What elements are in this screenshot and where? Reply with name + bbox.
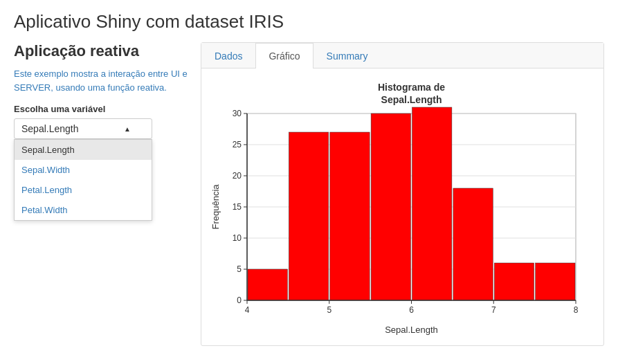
select-dropdown[interactable]: Sepal.Length ▲ [14,118,152,139]
select-value: Sepal.Length [21,123,79,134]
svg-text:4: 4 [244,305,249,315]
dropdown-item[interactable]: Sepal.Width [15,160,152,180]
tab-summary[interactable]: Summary [313,43,381,69]
svg-rect-33 [248,269,287,300]
tab-dados[interactable]: Dados [201,43,255,69]
svg-text:0: 0 [237,295,242,305]
svg-rect-36 [371,113,410,300]
svg-text:15: 15 [232,202,242,212]
histogram-container: 05101520253045678Sepal.LengthFrequênciaH… [209,75,590,338]
svg-text:Sepal.Length: Sepal.Length [385,325,438,335]
svg-rect-37 [412,107,451,300]
select-container: Sepal.Length ▲ Sepal.LengthSepal.WidthPe… [14,118,194,221]
svg-text:Histograma de: Histograma de [377,82,444,93]
svg-text:7: 7 [491,305,496,315]
dropdown-item[interactable]: Petal.Width [15,200,152,220]
svg-text:5: 5 [237,264,242,274]
svg-text:25: 25 [232,140,242,149]
variable-label: Escolha uma variável [14,104,194,114]
tabs-bar: DadosGráficoSummary [201,43,603,69]
dropdown-item[interactable]: Sepal.Length [15,140,152,160]
dropdown-arrow-icon: ▲ [124,125,131,133]
sidebar: Aplicação reativa Este exemplo mostra a … [14,42,201,346]
dropdown-item[interactable]: Petal.Length [15,180,152,200]
svg-text:8: 8 [573,305,578,315]
svg-rect-35 [329,132,369,300]
svg-text:10: 10 [232,233,242,243]
svg-rect-38 [453,188,492,300]
sidebar-heading: Aplicação reativa [14,42,194,60]
histogram-svg: 05101520253045678Sepal.LengthFrequênciaH… [209,75,590,338]
svg-text:30: 30 [232,109,242,118]
chart-area: 05101520253045678Sepal.LengthFrequênciaH… [201,69,603,345]
svg-rect-40 [535,263,574,300]
svg-rect-34 [289,132,328,300]
dropdown-menu: Sepal.LengthSepal.WidthPetal.LengthPetal… [14,139,152,221]
sidebar-description: Este exemplo mostra a interação entre UI… [14,67,194,94]
svg-text:6: 6 [409,305,414,315]
app-title: Aplicativo Shiny com dataset IRIS [14,11,604,33]
svg-text:Sepal.Length: Sepal.Length [381,94,442,105]
svg-text:20: 20 [232,171,242,181]
tab-gráfico[interactable]: Gráfico [255,43,313,69]
right-panel: DadosGráficoSummary 05101520253045678Sep… [201,42,604,346]
svg-text:Frequência: Frequência [210,184,221,230]
svg-text:5: 5 [327,305,331,315]
svg-rect-39 [494,263,534,300]
main-layout: Aplicação reativa Este exemplo mostra a … [14,42,604,346]
